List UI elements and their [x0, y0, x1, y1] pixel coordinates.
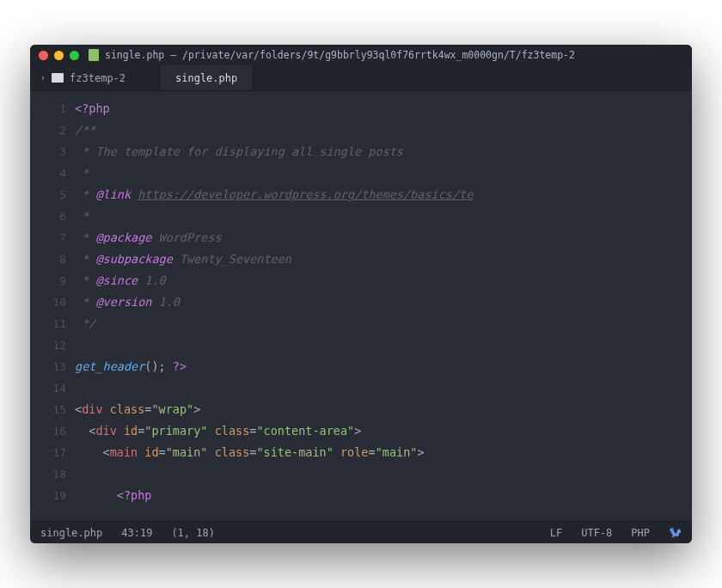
project-tree-header[interactable]: › fz3temp-2: [30, 65, 159, 90]
file-icon: [89, 49, 99, 61]
line-gutter: 12345678910111213141516171819: [30, 91, 75, 521]
status-eol[interactable]: LF: [550, 527, 562, 539]
editor-window: single.php — /private/var/folders/9t/g9b…: [30, 45, 692, 543]
minimize-icon[interactable]: [54, 51, 64, 60]
maximize-icon[interactable]: [70, 51, 79, 60]
window-title: single.php — /private/var/folders/9t/g9b…: [105, 49, 683, 61]
status-bar: single.php 43:19 (1, 18) LF UTF-8 PHP 🐿: [30, 521, 692, 543]
titlebar: single.php — /private/var/folders/9t/g9b…: [30, 45, 692, 65]
tab-single-php[interactable]: single.php: [159, 65, 254, 90]
code-content[interactable]: <?php /** * The template for displaying …: [75, 91, 692, 521]
tab-label: single.php: [175, 72, 237, 84]
status-encoding[interactable]: UTF-8: [581, 527, 612, 539]
folder-icon: [52, 73, 64, 83]
status-size[interactable]: 43:19: [121, 527, 152, 539]
close-icon[interactable]: [39, 51, 48, 60]
squirrel-icon[interactable]: 🐿: [669, 525, 682, 541]
status-language[interactable]: PHP: [631, 527, 650, 539]
window-controls: [39, 51, 79, 60]
chevron-right-icon: ›: [40, 73, 46, 83]
toolbar: › fz3temp-2 single.php: [30, 65, 692, 91]
project-root-label: fz3temp-2: [70, 72, 125, 84]
status-filename[interactable]: single.php: [40, 527, 102, 539]
editor-area: 12345678910111213141516171819 <?php /** …: [30, 91, 692, 521]
status-cursor-pos[interactable]: (1, 18): [171, 527, 215, 539]
